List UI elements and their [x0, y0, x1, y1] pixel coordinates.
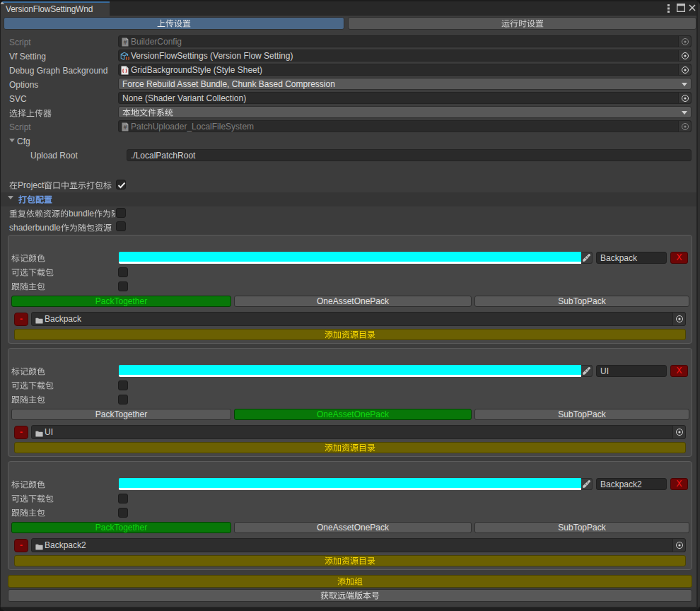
svg-text:#: # — [123, 124, 127, 131]
svg-text:#: # — [123, 39, 127, 46]
